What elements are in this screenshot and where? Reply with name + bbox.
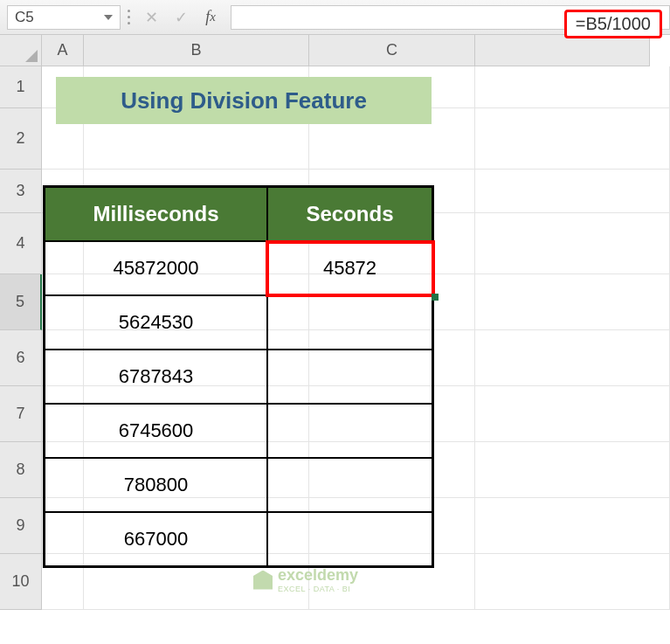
grid-cell[interactable] [475,442,670,498]
column-header-B[interactable]: B [84,35,309,66]
formula-text: =B5/1000 [576,14,651,33]
watermark-icon [253,571,273,590]
title-banner: Using Division Feature [56,77,432,124]
cell-C5[interactable]: 45872 [267,241,432,295]
watermark-tagline: EXCEL · DATA · BI [278,585,358,593]
cell-C6[interactable] [267,295,432,350]
watermark: exceldemy EXCEL · DATA · BI [253,566,358,593]
grid-cell[interactable] [475,274,670,330]
grid-cell[interactable] [475,66,670,108]
row-header-4[interactable]: 4 [0,213,42,274]
cell-C9[interactable] [267,458,432,512]
grid-cell[interactable] [475,386,670,442]
watermark-brand: exceldemy [278,566,358,585]
row-header-10[interactable]: 10 [0,554,42,610]
row-headers: 12345678910 [0,66,42,610]
cell-C10[interactable] [267,512,432,566]
check-icon[interactable]: ✓ [166,5,196,30]
column-header-C[interactable]: C [309,35,475,66]
cell-B9[interactable]: 780800 [45,458,267,512]
column-header-A[interactable]: A [42,35,84,66]
grid-cell[interactable] [475,330,670,386]
name-box-value: C5 [15,9,34,26]
row-header-7[interactable]: 7 [0,386,42,442]
separator-dots-icon [126,5,131,30]
title-text: Using Division Feature [121,87,367,114]
table-header-milliseconds: Milliseconds [45,187,267,241]
column-header-blank[interactable] [475,35,650,66]
cell-C7[interactable] [267,350,432,404]
row-header-8[interactable]: 8 [0,442,42,498]
row-header-9[interactable]: 9 [0,498,42,554]
grid-cell[interactable] [475,170,670,213]
row-header-3[interactable]: 3 [0,170,42,213]
grid-cell[interactable] [475,213,670,274]
select-all-corner[interactable] [0,35,42,66]
row-header-6[interactable]: 6 [0,330,42,386]
chevron-down-icon[interactable] [104,15,113,20]
cell-B8[interactable]: 6745600 [45,404,267,458]
fill-handle[interactable] [432,294,439,301]
data-table: Milliseconds Seconds 4587200045872 56245… [43,185,434,568]
formula-callout: =B5/1000 [564,10,662,38]
cell-B6[interactable]: 5624530 [45,295,267,350]
fx-icon[interactable]: fx [196,5,225,30]
row-header-2[interactable]: 2 [0,108,42,170]
row-header-5[interactable]: 5 [0,274,42,330]
formula-bar: C5 ✕ ✓ fx =B5/1000 [0,0,670,35]
cell-B10[interactable]: 667000 [45,512,267,566]
name-box[interactable]: C5 [7,5,121,30]
cancel-icon[interactable]: ✕ [136,5,166,30]
cell-B7[interactable]: 6787843 [45,350,267,404]
grid-cell[interactable] [475,108,670,170]
cell-C8[interactable] [267,404,432,458]
grid-cell[interactable] [475,498,670,554]
table-header-seconds: Seconds [267,187,432,241]
grid-cell[interactable] [475,554,670,610]
formula-input[interactable]: =B5/1000 [231,5,670,30]
row-header-1[interactable]: 1 [0,66,42,108]
cell-B5[interactable]: 45872000 [45,241,267,295]
